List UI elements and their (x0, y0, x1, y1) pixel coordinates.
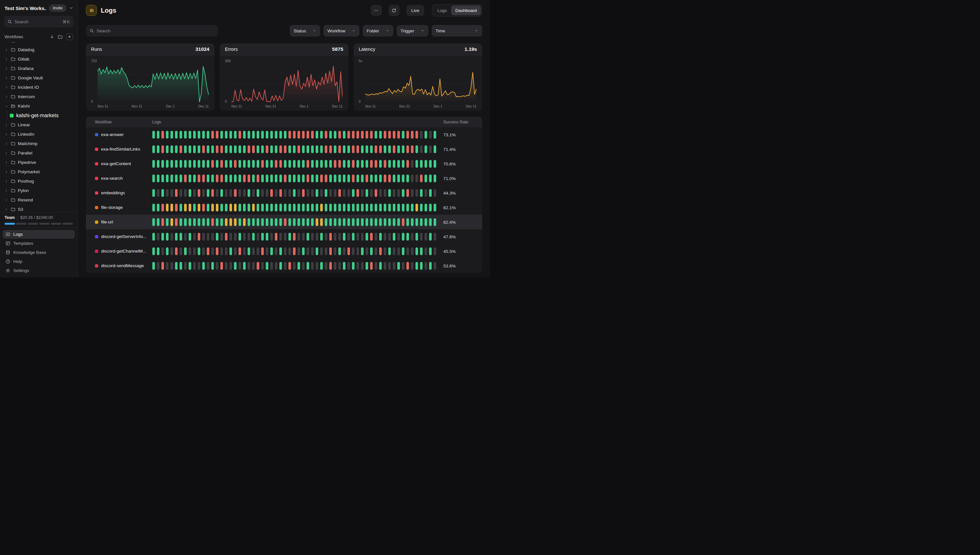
log-bar (166, 160, 169, 168)
folder-open-icon (11, 104, 16, 109)
sort-arrow-down-icon[interactable] (50, 34, 55, 39)
workspace-header: Test Sim's Works... Invite (0, 0, 77, 15)
filter-workflow[interactable]: Workflow (323, 25, 359, 37)
log-bars-strip (152, 262, 443, 270)
log-bar (302, 145, 305, 153)
sidebar-folder-kalshi[interactable]: Kalshi (3, 101, 75, 111)
page-title: Logs (101, 7, 364, 14)
log-bar (325, 145, 327, 153)
usage-segment (51, 223, 61, 225)
sidebar-folder-parallel[interactable]: Parallel (3, 148, 75, 158)
log-bar (216, 160, 219, 168)
nav-item-logs[interactable]: Logs (3, 230, 75, 239)
log-bar (402, 233, 404, 241)
nav-item-settings[interactable]: Settings (3, 266, 75, 275)
sidebar-search-input[interactable]: Search ⌘K (4, 16, 74, 27)
folder-icon (11, 188, 16, 193)
workflow-color-dot (95, 148, 98, 151)
log-bar (207, 204, 209, 212)
log-bar (356, 262, 359, 270)
log-bar (238, 145, 241, 153)
log-bar (288, 247, 291, 255)
log-bar (406, 145, 409, 153)
logs-page-icon (86, 5, 97, 16)
folder-plus-icon[interactable] (58, 34, 63, 40)
log-bar (175, 160, 178, 168)
log-bar (261, 204, 264, 212)
toggle-dashboard[interactable]: Dashboard (451, 5, 481, 15)
log-bar (275, 204, 277, 212)
nav-item-knowledge-base[interactable]: Knowledge Base (3, 248, 75, 257)
table-row-discord-getServerInfo-[interactable]: discord-getServerInfo...47.6% (86, 229, 482, 244)
sidebar-folder-resend[interactable]: Resend (3, 195, 75, 205)
sidebar-folder-intercom[interactable]: Intercom (3, 92, 75, 101)
sidebar-folder-polymarket[interactable]: Polymarket (3, 167, 75, 176)
log-bar (188, 189, 191, 197)
chevron-down-icon[interactable] (69, 6, 74, 10)
log-bar (171, 131, 173, 139)
table-row-file-url[interactable]: file-url82.4% (86, 215, 482, 229)
sidebar-folder-s3[interactable]: S3 (3, 205, 75, 212)
workspace-name[interactable]: Test Sim's Works... (5, 5, 46, 11)
log-bar (270, 218, 273, 226)
sidebar-folder-posthog[interactable]: Posthog (3, 176, 75, 186)
sidebar-folder-gitlab[interactable]: Gitlab (3, 55, 75, 64)
log-bar (315, 247, 318, 255)
log-bar (379, 175, 382, 182)
sidebar-workflow-kalshi-get-markets[interactable]: kalshi-get-markets (3, 111, 75, 120)
log-bar (315, 145, 318, 153)
log-bar (166, 247, 169, 255)
log-bar (225, 145, 227, 153)
log-bar (261, 145, 264, 153)
sidebar-folder-linear[interactable]: Linear (3, 120, 75, 130)
table-row-exa-findSimilarLinks[interactable]: exa-findSimilarLinks71.4% (86, 142, 482, 156)
live-button[interactable]: Live (406, 5, 424, 16)
sidebar-folder-linkedin[interactable]: LinkedIn (3, 130, 75, 139)
stat-card-body: 5s0Nov 11Nov 21Dec 1Dec 11 (354, 55, 482, 111)
filter-trigger[interactable]: Trigger (397, 25, 428, 37)
table-row-discord-getChannelM-[interactable]: discord-getChannelM...45.5% (86, 244, 482, 258)
invite-button[interactable]: Invite (49, 4, 66, 12)
log-bar (298, 262, 300, 270)
log-bar (302, 233, 305, 241)
log-bar (343, 204, 346, 212)
log-bar (406, 204, 409, 212)
log-bar (365, 175, 368, 182)
log-bar (338, 204, 341, 212)
log-bar (188, 218, 191, 226)
toggle-logs[interactable]: Logs (433, 5, 451, 15)
log-bar (261, 247, 264, 255)
sidebar-folder-incident-io[interactable]: Incident IO (3, 83, 75, 92)
log-bar (425, 131, 427, 139)
filter-status[interactable]: Status (290, 25, 320, 37)
table-row-exa-getContent[interactable]: exa-getContent70.6% (86, 156, 482, 171)
sidebar-folder-datadog[interactable]: Datadog (3, 45, 75, 55)
nav-item-help[interactable]: Help (3, 257, 75, 266)
logs-search-input[interactable]: Search (86, 25, 218, 37)
filter-time[interactable]: Time (432, 25, 482, 37)
sidebar-folder-grafana[interactable]: Grafana (3, 64, 75, 73)
log-bar (320, 160, 323, 168)
log-bar (402, 131, 404, 139)
table-row-discord-sendMessage[interactable]: discord-sendMessage53.6% (86, 258, 482, 273)
table-row-exa-answer[interactable]: exa-answer73.1% (86, 127, 482, 142)
log-bar (325, 189, 327, 197)
sidebar-folder-google-vault[interactable]: Google Vault (3, 73, 75, 83)
add-workflow-button[interactable] (66, 33, 73, 40)
table-row-exa-search[interactable]: exa-search71.0% (86, 171, 482, 186)
sidebar-folder-pylon[interactable]: Pylon (3, 186, 75, 195)
filter-folder[interactable]: Folder (363, 25, 393, 37)
sidebar-folder-pipedrive[interactable]: Pipedrive (3, 158, 75, 167)
log-bars-strip (152, 175, 443, 182)
more-options-button[interactable] (371, 5, 382, 16)
workflow-name: exa-search (101, 176, 123, 181)
log-bar (298, 204, 300, 212)
table-row-embeddings[interactable]: embeddings44.3% (86, 186, 482, 200)
sidebar-folder-mailchimp[interactable]: Mailchimp (3, 139, 75, 148)
refresh-button[interactable] (389, 5, 399, 16)
log-bar (311, 160, 314, 168)
log-bar (234, 204, 237, 212)
nav-item-templates[interactable]: Templates (3, 239, 75, 248)
table-row-file-storage[interactable]: file-storage82.1% (86, 200, 482, 215)
log-bar (334, 131, 336, 139)
